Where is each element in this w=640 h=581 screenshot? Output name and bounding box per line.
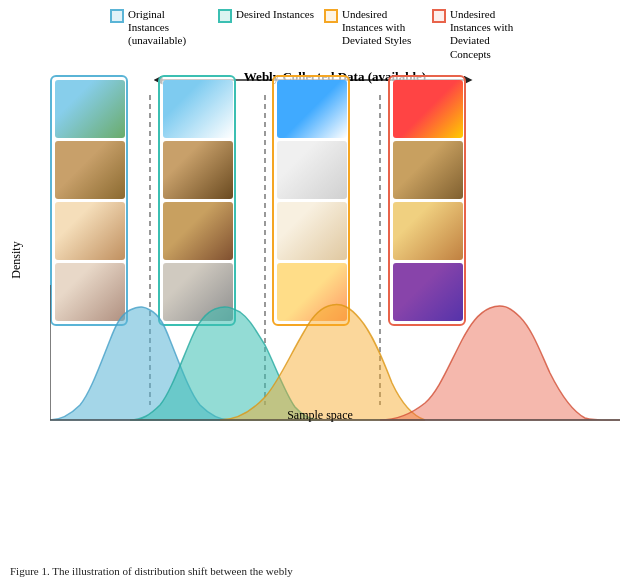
legend-item-desired: Desired Instances	[218, 8, 314, 23]
image-bird-undesired-style	[277, 80, 347, 138]
caption-text: Figure 1. The illustration of distributi…	[10, 565, 293, 577]
image-bird-desired	[163, 80, 233, 138]
legend-label-undesired-style: Undesired Instances with Deviated Styles	[342, 8, 422, 48]
legend-box-undesired-concept	[432, 9, 446, 23]
image-dog-original	[55, 202, 125, 260]
legend-box-undesired-style	[324, 9, 338, 23]
legend-label-undesired-concept: Undesired Instances with Deviated Concep…	[450, 8, 530, 61]
chart-area: Density Webly Collected Data (available)	[20, 65, 620, 455]
legend-label-desired: Desired Instances	[236, 8, 314, 21]
x-axis-label: Sample space	[20, 408, 620, 423]
legend-item-undesired-concept: Undesired Instances with Deviated Concep…	[432, 8, 530, 61]
figure-caption: Figure 1. The illustration of distributi…	[10, 564, 630, 579]
image-dog-undesired-concept	[393, 202, 463, 260]
legend-box-original	[110, 9, 124, 23]
legend-item-undesired-style: Undesired Instances with Deviated Styles	[324, 8, 422, 48]
image-horse-undesired-style	[277, 141, 347, 199]
main-container: Original Instances (unavailable) Desired…	[0, 0, 640, 581]
image-horse-undesired-concept	[393, 141, 463, 199]
legend-box-desired	[218, 9, 232, 23]
image-horse-desired	[163, 141, 233, 199]
legend: Original Instances (unavailable) Desired…	[10, 8, 630, 61]
image-dog-desired	[163, 202, 233, 260]
image-dog-undesired-style	[277, 202, 347, 260]
y-axis-label: Density	[9, 241, 24, 278]
bell-curves	[50, 285, 620, 425]
legend-label-original: Original Instances (unavailable)	[128, 8, 208, 48]
legend-item-original: Original Instances (unavailable)	[110, 8, 208, 48]
image-bird-original	[55, 80, 125, 138]
x-axis-text: Sample space	[287, 408, 353, 422]
image-horse-original	[55, 141, 125, 199]
image-bird-undesired-concept	[393, 80, 463, 138]
